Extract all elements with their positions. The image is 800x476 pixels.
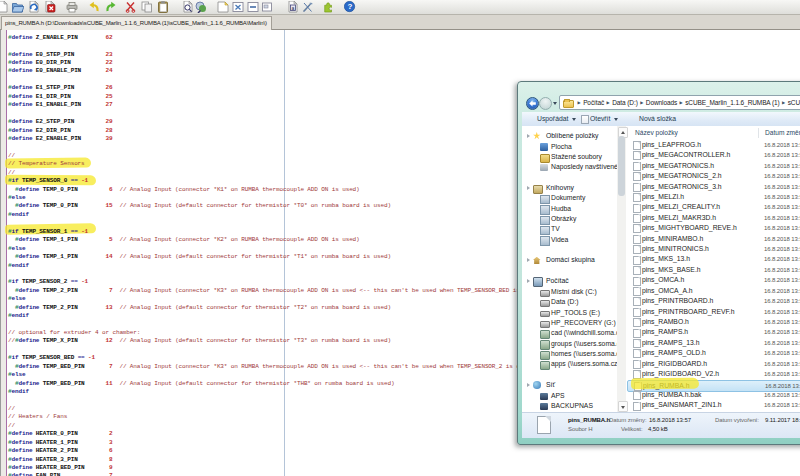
svg-text:?: ? — [347, 2, 352, 11]
svg-text:a: a — [291, 5, 294, 11]
